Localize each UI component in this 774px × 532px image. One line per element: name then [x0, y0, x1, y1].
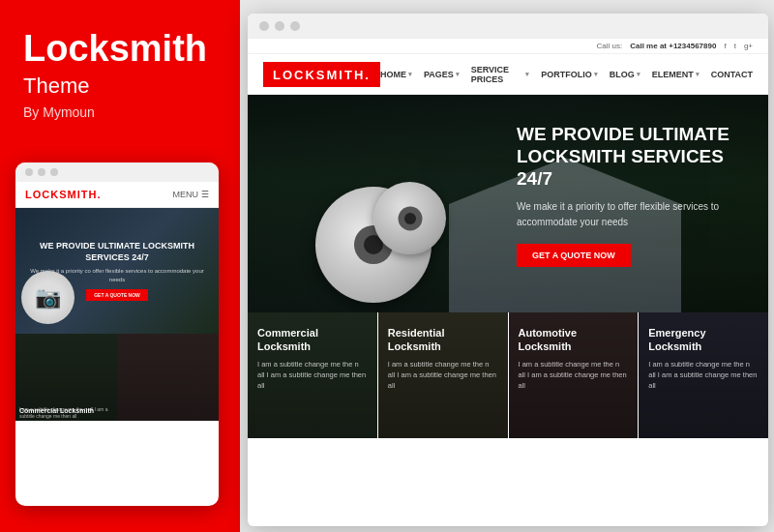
service-desc-residential: I am a subtitle change me the n all I am…	[388, 359, 498, 392]
desktop-hero: WE PROVIDE ULTIMATE LOCKSMITH SERVICES 2…	[248, 95, 768, 312]
desktop-service-residential: Residential Locksmith I am a subtitle ch…	[378, 312, 509, 438]
mobile-camera-icon: 📷	[21, 271, 74, 324]
nav-service-prices[interactable]: SERVICE PRICES ▾	[471, 65, 529, 84]
mobile-services: Commercial Locksmith I am a subtitle cha…	[15, 334, 219, 421]
call-label: Call us:	[597, 42, 623, 50]
desktop-camera-small	[373, 182, 446, 254]
desktop-hero-title: WE PROVIDE ULTIMATE LOCKSMITH SERVICES 2…	[517, 124, 749, 190]
twitter-icon[interactable]: t	[734, 42, 736, 50]
desktop-cta-button[interactable]: GET A QUOTE NOW	[517, 244, 631, 267]
mobile-cta-button[interactable]: GET A QUOTE NOW	[86, 289, 148, 301]
mobile-dot-1	[25, 168, 33, 176]
desktop-dot-1	[259, 21, 269, 31]
desktop-services: Commercial Locksmith I am a subtitle cha…	[248, 312, 768, 438]
call-number: Call me at +1234567890	[630, 42, 716, 50]
left-panel: Locksmith Theme By Mymoun LOCKSMITH. MEN…	[0, 0, 240, 532]
mobile-hero-title: WE PROVIDE ULTIMATE LOCKSMITH SERVICES 2…	[23, 241, 211, 263]
googleplus-icon[interactable]: g+	[744, 42, 753, 50]
desktop-hero-desc: We make it a priority to offer flexible …	[517, 199, 749, 230]
desktop-header: LOCKSMITH. HOME ▾ PAGES ▾ SERVICE PRICES…	[248, 54, 768, 95]
nav-blog[interactable]: BLOG ▾	[610, 70, 640, 79]
nav-contact[interactable]: CONTACT	[711, 70, 753, 79]
mobile-service-item-2	[117, 334, 219, 421]
nav-pages[interactable]: PAGES ▾	[424, 70, 460, 79]
service-desc-automotive: I am a subtitle change me the n all I am…	[519, 359, 629, 392]
service-desc-emergency: I am a subtitle change me the n all I am…	[648, 359, 759, 392]
mobile-hero: 📷 WE PROVIDE ULTIMATE LOCKSMITH SERVICES…	[15, 208, 219, 334]
service-title-commercial: Commercial Locksmith	[257, 326, 368, 354]
nav-home[interactable]: HOME ▾	[380, 70, 412, 79]
service-desc-commercial: I am a subtitle change me the n all I am…	[257, 359, 368, 392]
service-content-emergency: Emergency Locksmith I am a subtitle chan…	[639, 312, 768, 399]
mobile-service-item: Commercial Locksmith I am a subtitle cha…	[15, 334, 117, 421]
mobile-header: LOCKSMITH. MENU ☰	[15, 182, 219, 208]
app-title: Locksmith	[23, 29, 217, 70]
desktop-dot-2	[275, 21, 284, 31]
mobile-dot-3	[50, 168, 58, 176]
desktop-hero-content: WE PROVIDE ULTIMATE LOCKSMITH SERVICES 2…	[517, 124, 749, 267]
mobile-dot-2	[38, 168, 45, 176]
desktop-service-emergency: Emergency Locksmith I am a subtitle chan…	[639, 312, 768, 438]
facebook-icon[interactable]: f	[724, 42, 726, 50]
service-content-residential: Residential Locksmith I am a subtitle ch…	[378, 312, 508, 399]
nav-portfolio[interactable]: PORTFOLIO ▾	[541, 70, 598, 79]
mobile-window-dots	[15, 163, 219, 182]
service-title-emergency: Emergency Locksmith	[648, 326, 759, 354]
desktop-camera-group	[296, 133, 470, 312]
desktop-nav: HOME ▾ PAGES ▾ SERVICE PRICES ▾ PORTFOLI…	[380, 65, 753, 84]
desktop-logo: LOCKSMITH.	[263, 62, 380, 87]
app-author: By Mymoun	[23, 104, 217, 120]
desktop-service-automotive: Automotive Locksmith I am a subtitle cha…	[509, 312, 640, 438]
service-content-automotive: Automotive Locksmith I am a subtitle cha…	[509, 312, 639, 399]
mobile-preview: LOCKSMITH. MENU ☰ 📷 WE PROVIDE ULTIMATE …	[15, 163, 219, 506]
mobile-logo: LOCKSMITH.	[25, 189, 101, 200]
desktop-service-commercial: Commercial Locksmith I am a subtitle cha…	[248, 312, 378, 438]
service-content-commercial: Commercial Locksmith I am a subtitle cha…	[248, 312, 377, 399]
desktop-topbar: Call us: Call me at +1234567890 f t g+	[248, 39, 768, 54]
service-title-residential: Residential Locksmith	[388, 326, 498, 354]
app-subtitle: Theme	[23, 74, 217, 99]
mobile-menu-btn[interactable]: MENU ☰	[173, 190, 210, 199]
mobile-service-desc: I am a subtitle change me the n all I am…	[19, 406, 113, 419]
desktop-dot-3	[290, 21, 300, 31]
desktop-preview: Call us: Call me at +1234567890 f t g+ L…	[248, 14, 768, 526]
service-title-automotive: Automotive Locksmith	[519, 326, 629, 354]
nav-element[interactable]: ELEMENT ▾	[652, 70, 700, 79]
desktop-window-dots	[248, 14, 768, 39]
